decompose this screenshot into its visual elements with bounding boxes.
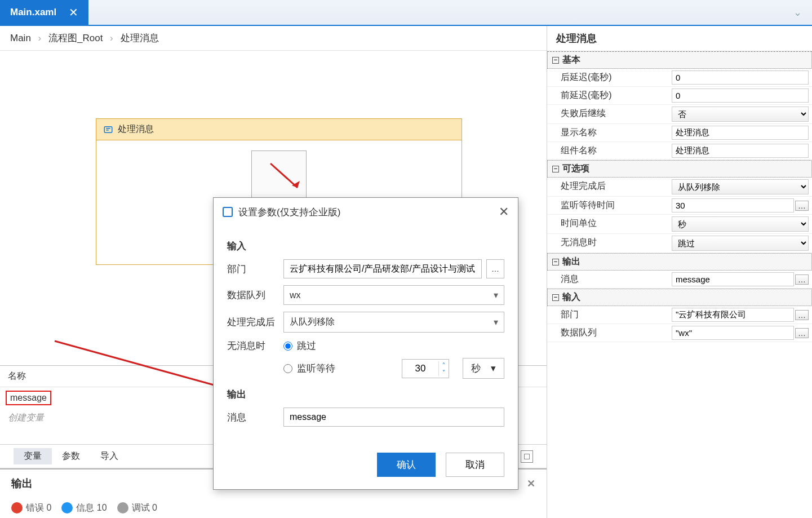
close-icon[interactable]: ✕ (69, 6, 78, 19)
prop-compname-label: 组件名称 (547, 142, 668, 160)
wait-value-input[interactable] (402, 360, 438, 378)
error-icon (11, 502, 23, 513)
prop-onfail-label: 失败后继续 (547, 105, 668, 123)
filter-info[interactable]: 信息 10 (61, 502, 107, 514)
prop-postdelay-input[interactable] (672, 70, 809, 85)
chevron-right-icon: › (110, 33, 113, 43)
msg-input[interactable] (283, 408, 504, 427)
after-label: 处理完成后 (227, 316, 276, 329)
group-optional[interactable]: −可选项 (547, 160, 812, 178)
caret-down-icon: ▾ (494, 317, 498, 327)
prop-compname-input[interactable] (672, 144, 809, 158)
radio-wait-input[interactable] (283, 364, 292, 373)
close-icon[interactable]: ✕ (527, 477, 535, 490)
info-icon (61, 502, 73, 513)
activity-header[interactable]: 处理消息 (96, 119, 462, 140)
group-output[interactable]: −输出 (547, 253, 812, 271)
section-input: 输入 (227, 240, 504, 253)
collapse-icon[interactable]: − (552, 57, 559, 64)
group-basic[interactable]: −基本 (547, 51, 812, 69)
dialog-header[interactable]: 设置参数(仅支持企业版) ✕ (214, 198, 518, 226)
radio-skip-input[interactable] (283, 342, 292, 351)
prop-wait-input[interactable] (672, 198, 794, 212)
tab-variables[interactable]: 变量 (14, 448, 52, 464)
section-output: 输出 (227, 388, 504, 401)
dialog-title: 设置参数(仅支持企业版) (238, 206, 340, 219)
prop-dept-label: 部门 (547, 306, 668, 324)
prop-wait-label: 监听等待时间 (547, 197, 668, 214)
prop-onfail-select[interactable]: 否 (672, 107, 809, 122)
output-filters: 错误 0 信息 10 调试 0 (0, 498, 547, 518)
breadcrumb: Main › 流程图_Root › 处理消息 (0, 26, 547, 51)
filter-error[interactable]: 错误 0 (11, 502, 51, 514)
cancel-button[interactable]: 取消 (446, 453, 504, 477)
spin-down-icon[interactable]: ˅ (439, 369, 449, 376)
ok-button[interactable]: 确认 (377, 453, 436, 477)
filter-debug[interactable]: 调试 0 (117, 502, 157, 514)
app-logo-icon (223, 207, 233, 217)
collapse-icon[interactable]: − (552, 259, 559, 265)
tab-params[interactable]: 参数 (52, 448, 90, 464)
prop-timeunit-select[interactable]: 秒 (672, 216, 809, 232)
dept-label: 部门 (227, 263, 276, 276)
var-message[interactable]: message (6, 391, 51, 405)
unit-combo[interactable]: 秒 ▾ (463, 358, 504, 379)
queue-combo[interactable]: wx ▾ (283, 285, 504, 305)
set-params-dialog: 设置参数(仅支持企业版) ✕ 输入 部门 … 数据队列 wx ▾ 处理完成后 (213, 197, 518, 490)
caret-down-icon: ▾ (494, 290, 498, 300)
prop-nomsg-label: 无消息时 (547, 234, 668, 253)
chevron-down-icon[interactable]: ⌄ (793, 6, 802, 19)
ellipsis-button[interactable]: … (486, 259, 504, 278)
prop-postdelay-label: 后延迟(毫秒) (547, 69, 668, 86)
prop-predelay-input[interactable] (672, 88, 809, 103)
prop-predelay-label: 前延迟(毫秒) (547, 87, 668, 104)
activity-title: 处理消息 (118, 123, 154, 135)
prop-dispname-input[interactable] (672, 126, 809, 140)
after-combo[interactable]: 从队列移除 ▾ (283, 312, 504, 333)
debug-icon (117, 502, 128, 513)
prop-dept-input[interactable] (672, 308, 794, 322)
prop-afterproc-label: 处理完成后 (547, 178, 668, 196)
close-icon[interactable]: ✕ (499, 205, 509, 219)
tab-bar: Main.xaml ✕ ⌄ (0, 0, 812, 26)
msg-label: 消息 (227, 411, 276, 424)
tab-main[interactable]: Main.xaml ✕ (0, 0, 88, 25)
prop-afterproc-select[interactable]: 从队列移除 (672, 179, 809, 194)
crumb-root[interactable]: 流程图_Root (48, 33, 103, 43)
radio-skip[interactable]: 跳过 (283, 339, 316, 352)
output-title: 输出 (11, 476, 33, 491)
ellipsis-button[interactable]: … (795, 328, 809, 338)
props-title: 处理消息 (547, 26, 812, 51)
collapse-icon[interactable]: − (552, 166, 559, 172)
ellipsis-button[interactable]: … (795, 201, 809, 211)
ellipsis-button[interactable]: … (795, 310, 809, 320)
fit-screen-icon[interactable] (521, 450, 533, 463)
prop-queue-label: 数据队列 (547, 324, 668, 342)
chevron-right-icon: › (38, 33, 42, 43)
prop-timeunit-label: 时间单位 (547, 215, 668, 233)
prop-dispname-label: 显示名称 (547, 124, 668, 141)
prop-msg-input[interactable] (672, 272, 794, 286)
nomsg-label: 无消息时 (227, 339, 276, 352)
dept-input[interactable] (283, 259, 482, 278)
radio-wait[interactable]: 监听等待 (283, 362, 335, 375)
prop-nomsg-select[interactable]: 跳过 (672, 236, 809, 251)
spin-up-icon[interactable]: ˄ (439, 361, 449, 369)
prop-queue-input[interactable] (672, 326, 794, 340)
queue-label: 数据队列 (227, 289, 276, 302)
tab-title: Main.xaml (10, 7, 56, 18)
tab-import[interactable]: 导入 (90, 448, 128, 464)
crumb-main[interactable]: Main (10, 33, 31, 43)
group-input[interactable]: −输入 (547, 289, 812, 306)
ellipsis-button[interactable]: … (795, 275, 809, 285)
activity-icon (103, 125, 113, 135)
caret-down-icon: ▾ (491, 362, 496, 374)
crumb-current: 处理消息 (121, 33, 159, 43)
prop-msg-label: 消息 (547, 271, 668, 288)
properties-panel: 处理消息 −基本 后延迟(毫秒) 前延迟(毫秒) 失败后继续否 显示名称 组件名… (547, 26, 812, 518)
collapse-icon[interactable]: − (552, 294, 559, 301)
wait-spinner[interactable]: ˄˅ (402, 359, 449, 378)
